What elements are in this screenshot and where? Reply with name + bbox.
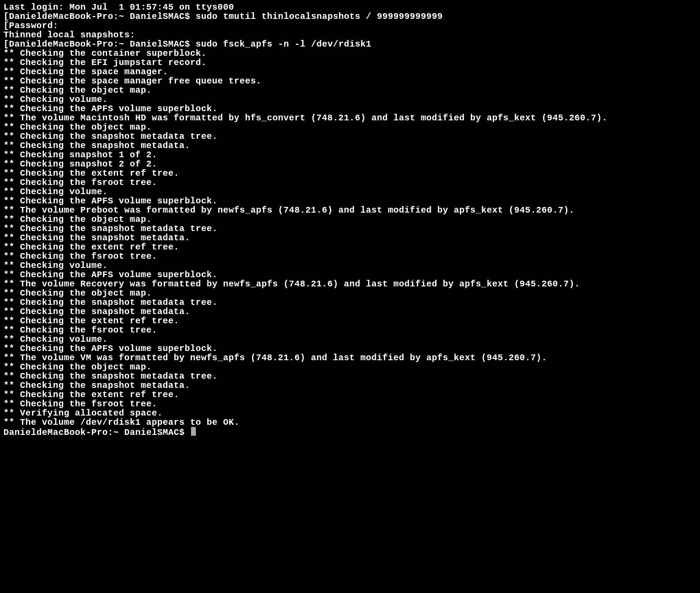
- shell-prompt: DanieldeMacBook-Pro:~ DanielSMAC$: [4, 427, 190, 438]
- output-text: ** Checking the snapshot metadata.: [4, 233, 190, 243]
- output-line: ** Checking the extent ref tree.: [4, 169, 696, 178]
- shell-prompt: DanieldeMacBook-Pro:~ DanielSMAC$: [9, 39, 196, 49]
- output-line: ** Checking the snapshot metadata tree.: [4, 224, 696, 233]
- output-text: ** Checking the extent ref tree.: [4, 242, 179, 252]
- output-text: ** Checking the extent ref tree.: [4, 168, 179, 178]
- output-line: ** Checking the snapshot metadata tree.: [4, 372, 696, 381]
- output-text: ** Checking volume.: [4, 260, 108, 271]
- output-line: ** Checking the container superblock.: [4, 49, 696, 58]
- output-text: ** Checking the snapshot metadata.: [4, 141, 190, 151]
- output-text: ** Checking the fsroot tree.: [4, 177, 157, 188]
- output-text: ** Checking the APFS volume superblock.: [4, 104, 218, 114]
- output-text: ** Checking the extent ref tree.: [4, 316, 179, 326]
- output-line: ** Checking the object map.: [4, 362, 696, 372]
- prompt-line: DanieldeMacBook-Pro:~ DanielSMAC$: [4, 427, 696, 437]
- output-text: ** Checking volume.: [4, 334, 108, 344]
- output-text: ** Checking the fsroot tree.: [4, 325, 157, 335]
- output-line: ** Checking volume.: [4, 95, 696, 104]
- command-text[interactable]: sudo fsck_apfs -n -l /dev/rdisk1: [196, 39, 372, 49]
- output-text: ** Checking the APFS volume superblock.: [4, 196, 218, 206]
- output-text: Thinned local snapshots:: [4, 30, 135, 40]
- output-line: ** The volume Preboot was formatted by n…: [4, 206, 696, 215]
- output-line: ** Checking the fsroot tree.: [4, 399, 696, 409]
- prompt-line: [DanieldeMacBook-Pro:~ DanielSMAC$ sudo …: [4, 12, 696, 21]
- output-line: ** Checking the fsroot tree.: [4, 178, 696, 187]
- output-line: ** The volume /dev/rdisk1 appears to be …: [4, 418, 696, 427]
- output-line: ** Checking the space manager free queue…: [4, 76, 696, 86]
- output-text: ** Checking the snapshot metadata tree.: [4, 224, 218, 234]
- output-text: ** Checking the object map.: [4, 288, 152, 298]
- output-text: ** Checking the snapshot metadata.: [4, 307, 190, 317]
- output-line: ** Checking the fsroot tree.: [4, 325, 696, 335]
- output-text: ** Checking the fsroot tree.: [4, 399, 157, 409]
- output-text: Last login: Mon Jul 1 01:57:45 on ttys00…: [4, 2, 234, 12]
- output-text: ** Checking the fsroot tree.: [4, 251, 157, 261]
- output-line: ** The volume Recovery was formatted by …: [4, 279, 696, 289]
- output-line: ** Checking the APFS volume superblock.: [4, 270, 696, 279]
- output-line: ** Checking the extent ref tree.: [4, 390, 696, 399]
- output-line: Last login: Mon Jul 1 01:57:45 on ttys00…: [4, 3, 696, 12]
- output-text: ** Checking the extent ref tree.: [4, 390, 179, 400]
- output-line: ** Checking the object map.: [4, 215, 696, 224]
- output-line: ** Checking the extent ref tree.: [4, 316, 696, 325]
- output-line: ** Checking volume.: [4, 335, 696, 344]
- output-text: ** Checking volume.: [4, 187, 108, 197]
- output-line: ** Checking snapshot 1 of 2.: [4, 150, 696, 159]
- output-text: ** Checking the snapshot metadata tree.: [4, 297, 218, 307]
- output-line: ** Checking volume.: [4, 187, 696, 196]
- output-text: ** Checking snapshot 2 of 2.: [4, 159, 157, 169]
- output-line: ** Checking the extent ref tree.: [4, 242, 696, 252]
- output-text: ** The volume /dev/rdisk1 appears to be …: [4, 417, 240, 427]
- output-line: ** Checking the APFS volume superblock.: [4, 104, 696, 113]
- output-line: Thinned local snapshots:: [4, 30, 696, 40]
- output-line: ** Checking volume.: [4, 261, 696, 270]
- output-text: ** The volume Preboot was formatted by n…: [4, 205, 574, 215]
- output-line: ** Checking the snapshot metadata.: [4, 141, 696, 150]
- output-text: ** The volume VM was formatted by newfs_…: [4, 353, 547, 363]
- bracket-glyph: [: [4, 39, 9, 49]
- output-text: ** The volume Macintosh HD was formatted…: [4, 113, 607, 123]
- output-line: ** Checking the APFS volume superblock.: [4, 344, 696, 353]
- bracket-glyph: [: [4, 21, 9, 31]
- output-text: ** Checking the container superblock.: [4, 48, 207, 58]
- output-text: ** Checking the EFI jumpstart record.: [4, 58, 207, 68]
- output-text: ** Checking the object map.: [4, 214, 152, 224]
- output-text: ** Checking the space manager.: [4, 67, 168, 77]
- command-text[interactable]: sudo tmutil thinlocalsnapshots / 9999999…: [196, 11, 443, 22]
- output-line: ** Checking the snapshot metadata tree.: [4, 132, 696, 141]
- output-text: ** Checking the APFS volume superblock.: [4, 270, 218, 280]
- output-line: ** Checking the fsroot tree.: [4, 252, 696, 261]
- output-line: ** Checking the APFS volume superblock.: [4, 196, 696, 206]
- output-text: ** Checking volume.: [4, 94, 108, 105]
- output-text: ** Checking the snapshot metadata tree.: [4, 131, 218, 141]
- output-text: ** Checking the object map.: [4, 85, 152, 95]
- output-line: ** Checking the snapshot metadata.: [4, 233, 696, 242]
- output-line: ** Checking the EFI jumpstart record.: [4, 58, 696, 67]
- output-text: ** Checking the snapshot metadata.: [4, 380, 190, 391]
- output-text: ** Checking the object map.: [4, 362, 152, 372]
- output-text: ** Checking the APFS volume superblock.: [4, 344, 218, 354]
- bracket-glyph: [: [4, 11, 9, 22]
- output-line: ** Checking the snapshot metadata tree.: [4, 298, 696, 307]
- output-line: [Password:: [4, 21, 696, 30]
- output-text: ** Checking snapshot 1 of 2.: [4, 150, 157, 160]
- output-text: ** Checking the snapshot metadata tree.: [4, 371, 218, 381]
- output-text: ** The volume Recovery was formatted by …: [4, 279, 580, 289]
- output-text: ** Checking the object map.: [4, 122, 152, 132]
- output-line: ** The volume VM was formatted by newfs_…: [4, 353, 696, 362]
- output-line: ** Verifying allocated space.: [4, 409, 696, 418]
- output-line: ** Checking the snapshot metadata.: [4, 307, 696, 316]
- output-line: ** The volume Macintosh HD was formatted…: [4, 113, 696, 123]
- output-text: ** Verifying allocated space.: [4, 408, 163, 418]
- output-text: Password:: [9, 21, 59, 31]
- shell-prompt: DanieldeMacBook-Pro:~ DanielSMAC$: [9, 11, 196, 22]
- output-line: ** Checking the object map.: [4, 86, 696, 95]
- output-text: ** Checking the space manager free queue…: [4, 76, 262, 86]
- output-line: ** Checking the snapshot metadata.: [4, 381, 696, 390]
- output-line: ** Checking the space manager.: [4, 67, 696, 76]
- prompt-line: [DanieldeMacBook-Pro:~ DanielSMAC$ sudo …: [4, 40, 696, 49]
- terminal-window[interactable]: Last login: Mon Jul 1 01:57:45 on ttys00…: [0, 0, 700, 441]
- output-line: ** Checking the object map.: [4, 289, 696, 298]
- output-line: ** Checking the object map.: [4, 123, 696, 132]
- output-line: ** Checking snapshot 2 of 2.: [4, 159, 696, 169]
